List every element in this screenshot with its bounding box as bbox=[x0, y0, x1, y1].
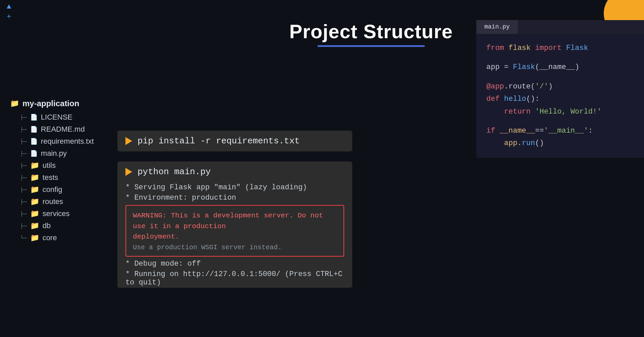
code-line: return 'Hello, World!' bbox=[486, 106, 634, 118]
warning-box: WARNING: This is a development server. D… bbox=[125, 205, 344, 257]
command-text-1: pip install -r requirements.txt bbox=[138, 136, 300, 146]
folder-label: tests bbox=[43, 173, 58, 182]
plus-icon: + bbox=[7, 13, 11, 21]
folder-icon: 📁 bbox=[30, 221, 39, 230]
code-line: from flask import Flask bbox=[486, 42, 634, 54]
play-icon bbox=[125, 137, 132, 145]
list-item: ├─ 📁 db bbox=[10, 220, 107, 232]
file-label: requirements.txt bbox=[41, 137, 94, 146]
list-item: └─ 📁 core bbox=[10, 232, 107, 244]
output-line: * Environment: production bbox=[125, 193, 344, 203]
folder-label: services bbox=[43, 209, 70, 218]
file-icon: 📄 bbox=[30, 150, 38, 157]
warning-text: WARNING: This is a development server. D… bbox=[133, 210, 337, 231]
top-left-icons: ▲ + bbox=[7, 3, 11, 21]
code-tab: main.py bbox=[476, 20, 518, 34]
folder-icon: 📁 bbox=[30, 173, 39, 182]
code-line: app = Flask(__name__) bbox=[486, 61, 634, 73]
command-block-1: pip install -r requirements.txt bbox=[117, 131, 352, 151]
folder-icon: 📁 bbox=[10, 99, 19, 108]
list-item: ├─ 📁 tests bbox=[10, 172, 107, 184]
folder-label: db bbox=[43, 221, 51, 230]
list-item: ├─ 📄 requirements.txt bbox=[10, 135, 107, 147]
file-label: main.py bbox=[41, 149, 67, 158]
output-line: * Debug mode: off bbox=[125, 259, 344, 269]
output-lines: * Serving Flask app "main" (lazy loading… bbox=[117, 182, 352, 288]
file-icon: 📄 bbox=[30, 126, 38, 133]
folder-icon: 📁 bbox=[30, 197, 39, 206]
code-line: def hello(): bbox=[486, 93, 634, 105]
file-icon: 📄 bbox=[30, 114, 38, 121]
code-line: if __name__=='__main__': bbox=[486, 125, 634, 137]
folder-icon: 📁 bbox=[30, 185, 39, 194]
play-icon bbox=[125, 168, 132, 176]
list-item: ├─ 📁 routes bbox=[10, 196, 107, 208]
command-line-2: python main.py bbox=[117, 161, 352, 182]
main-content: pip install -r requirements.txt python m… bbox=[117, 131, 352, 288]
list-item: ├─ 📁 config bbox=[10, 184, 107, 196]
code-line: app.run() bbox=[486, 137, 634, 149]
code-blank bbox=[486, 118, 634, 125]
folder-label: core bbox=[43, 233, 57, 242]
output-line: * Serving Flask app "main" (lazy loading… bbox=[125, 182, 344, 193]
list-item: ├─ 📄 README.md bbox=[10, 123, 107, 135]
code-body: from flask import Flask app = Flask(__na… bbox=[476, 34, 644, 158]
file-label: README.md bbox=[41, 125, 85, 134]
warning-sub-text: Use a production WSGI server instead. bbox=[133, 244, 337, 251]
triangle-icon: ▲ bbox=[7, 3, 11, 11]
folder-label: utils bbox=[43, 161, 56, 170]
page-title: Project Structure bbox=[289, 20, 453, 43]
warning-text-2: deployment. bbox=[133, 231, 337, 242]
output-block: python main.py * Serving Flask app "main… bbox=[117, 161, 352, 288]
file-tree-root: 📁 my-application bbox=[10, 97, 107, 110]
command-text-2: python main.py bbox=[138, 167, 211, 177]
file-label: LICENSE bbox=[41, 113, 72, 122]
folder-icon: 📁 bbox=[30, 233, 39, 242]
folder-label: routes bbox=[43, 197, 63, 206]
list-item: ├─ 📄 main.py bbox=[10, 147, 107, 159]
list-item: ├─ 📄 LICENSE bbox=[10, 111, 107, 123]
output-line: * Running on http://127.0.0.1:5000/ (Pre… bbox=[125, 269, 344, 288]
folder-icon: 📁 bbox=[30, 161, 39, 170]
list-item: ├─ 📁 services bbox=[10, 208, 107, 220]
file-tree: 📁 my-application ├─ 📄 LICENSE ├─ 📄 READM… bbox=[10, 97, 107, 244]
code-blank bbox=[486, 54, 634, 61]
code-panel: main.py from flask import Flask app = Fl… bbox=[476, 20, 644, 158]
title-underline bbox=[317, 45, 425, 47]
root-folder-label: my-application bbox=[22, 99, 79, 108]
code-line: @app.route('/') bbox=[486, 80, 634, 93]
list-item: ├─ 📁 utils bbox=[10, 159, 107, 172]
code-blank bbox=[486, 74, 634, 80]
folder-label: config bbox=[43, 185, 62, 194]
file-icon: 📄 bbox=[30, 138, 38, 145]
folder-icon: 📁 bbox=[30, 209, 39, 218]
title-area: Project Structure bbox=[289, 20, 453, 47]
